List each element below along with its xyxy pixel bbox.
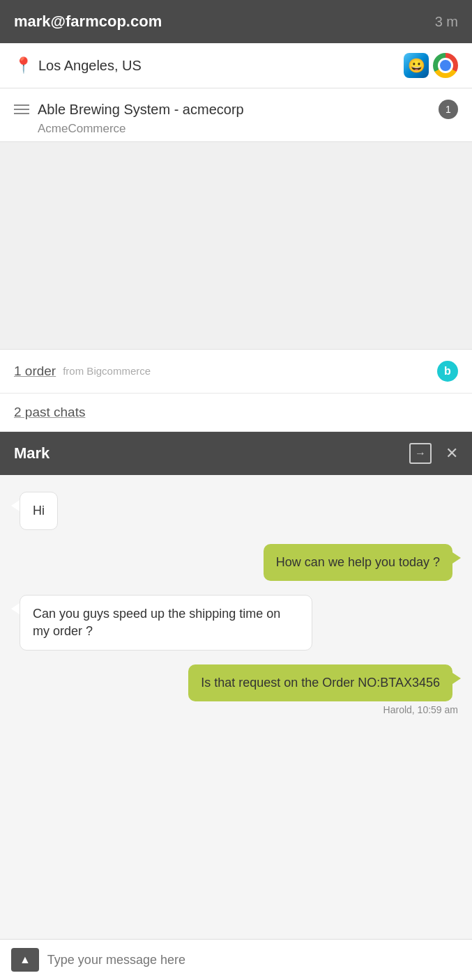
close-icon: ✕ — [446, 444, 458, 462]
account-row: Able Brewing System - acmecorp 1 AcmeCom… — [0, 88, 472, 142]
message-text-2: How can we help you today ? — [276, 555, 440, 569]
order-row[interactable]: 1 order from Bigcommerce — [0, 350, 472, 394]
account-name: Able Brewing System - acmecorp — [38, 102, 430, 118]
notification-badge: 1 — [439, 100, 458, 119]
message-meta-4: Harold, 10:59 am — [383, 704, 461, 715]
outgoing-arrow-2 — [452, 552, 461, 563]
chat-header: Mark → ✕ — [0, 432, 472, 475]
message-bubble-3: Can you guys speed up the shipping time … — [20, 595, 312, 651]
order-link[interactable]: 1 order — [14, 364, 56, 379]
message-sender-time-4: Harold, 10:59 am — [383, 704, 458, 715]
chat-input-bar: ▲ — [0, 939, 472, 980]
finder-icon — [404, 53, 429, 78]
account-sub: AcmeCommerce — [14, 122, 458, 136]
empty-space — [0, 142, 472, 349]
message-bubble-4: Is that request on the Order NO:BTAX3456 — [188, 664, 452, 701]
outgoing-arrow-4 — [452, 673, 461, 684]
location-left: 📍 Los Angeles, US — [14, 56, 142, 75]
message-text-3: Can you guys speed up the shipping time … — [33, 607, 280, 638]
message-row-1: Hi — [11, 492, 461, 530]
transfer-button[interactable]: → — [409, 443, 432, 464]
time-ago: 3 m — [435, 14, 458, 30]
past-chats-link[interactable]: 2 past chats — [14, 405, 85, 420]
chat-header-icons: → ✕ — [409, 443, 458, 464]
chat-contact-name: Mark — [14, 444, 50, 462]
info-rows: 1 order from Bigcommerce 2 past chats — [0, 349, 472, 432]
order-source: from Bigcommerce — [63, 365, 151, 377]
hamburger-menu-icon[interactable] — [14, 104, 29, 114]
transfer-icon: → — [409, 443, 432, 464]
message-input[interactable] — [47, 953, 461, 967]
top-header: mark@farmcop.com 3 m — [0, 0, 472, 43]
message-row-2: How can we help you today ? — [11, 544, 461, 581]
location-text: Los Angeles, US — [38, 58, 142, 74]
message-text-1: Hi — [33, 504, 45, 518]
message-text-4: Is that request on the Order NO:BTAX3456 — [201, 676, 440, 690]
message-bubble-2: How can we help you today ? — [264, 544, 452, 581]
collapse-icon: ▲ — [20, 954, 31, 965]
order-info: 1 order from Bigcommerce — [14, 364, 151, 379]
chat-body: Hi How can we help you today ? Can you g… — [0, 475, 472, 939]
message-row-3: Can you guys speed up the shipping time … — [11, 595, 461, 651]
close-chat-button[interactable]: ✕ — [446, 444, 458, 462]
incoming-arrow-1 — [11, 500, 20, 511]
location-bar: 📍 Los Angeles, US — [0, 43, 472, 88]
bigcommerce-icon — [437, 361, 458, 382]
user-email: mark@farmcop.com — [14, 13, 162, 31]
chrome-icon — [433, 53, 458, 78]
message-row-4: Is that request on the Order NO:BTAX3456 — [188, 664, 461, 701]
collapse-button[interactable]: ▲ — [11, 948, 39, 972]
message-group-4: Is that request on the Order NO:BTAX3456… — [11, 664, 461, 715]
location-icons — [404, 53, 458, 78]
location-pin-icon: 📍 — [14, 56, 33, 75]
message-bubble-1: Hi — [20, 492, 58, 530]
account-top: Able Brewing System - acmecorp 1 — [14, 100, 458, 119]
incoming-arrow-3 — [11, 603, 20, 614]
past-chats-row[interactable]: 2 past chats — [0, 394, 472, 432]
